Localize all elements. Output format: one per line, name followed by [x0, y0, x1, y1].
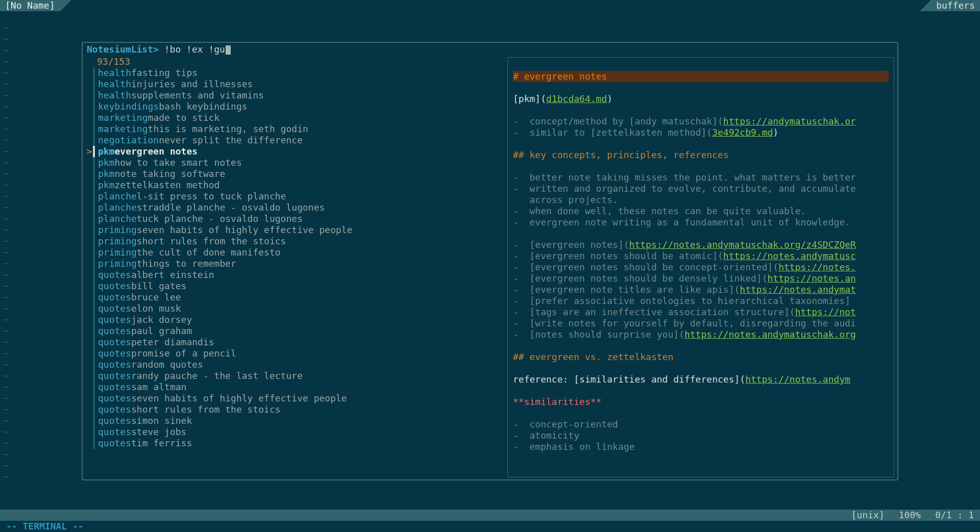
list-gutter-bar	[93, 79, 95, 90]
list-item[interactable]: priming things to remember	[83, 258, 504, 269]
fzf-result-list[interactable]: health fasting tipshealth injuries and i…	[83, 67, 504, 449]
list-gutter-bar	[93, 180, 95, 191]
list-item-tag: keybindings	[98, 101, 159, 112]
preview-link[interactable]: https://notes.andymatusc	[723, 250, 856, 261]
preview-link[interactable]: https://andymatuschak.or	[723, 116, 856, 126]
list-item[interactable]: quotes bill gates	[83, 281, 504, 292]
status-position: 0/1 : 1	[935, 510, 974, 521]
tab-buffers[interactable]: buffers	[931, 0, 980, 11]
fzf-query-input[interactable]: !bo !ex !gu	[159, 44, 225, 55]
preview-pkm-link: [pkm](d1bcda64.md)	[513, 93, 612, 104]
preview-link[interactable]: https://notes.	[778, 262, 856, 272]
preview-bullet: - [notes should surprise you](	[513, 329, 684, 340]
list-gutter-bar	[93, 348, 95, 359]
list-item-title: how to take smart notes	[115, 157, 242, 168]
fzf-prompt[interactable]: NotesiumList> !bo !ex !gu	[83, 43, 897, 55]
list-gutter-bar	[93, 247, 95, 258]
list-item-title: simon sinek	[131, 415, 192, 426]
list-item-title: fasting tips	[131, 67, 198, 79]
list-item-title: bash keybindings	[159, 101, 247, 112]
list-gutter-bar	[93, 438, 95, 449]
list-item[interactable]: marketing this is marketing, seth godin	[83, 123, 504, 135]
preview-bold: **similarities**	[513, 396, 601, 407]
list-item-title: seven habits of highly effective people	[131, 393, 347, 404]
list-item-title: the cult of done manifesto	[137, 247, 281, 258]
list-item[interactable]: health injuries and illnesses	[83, 79, 504, 90]
list-gutter-bar	[93, 303, 95, 314]
list-item[interactable]: quotes albert einstein	[83, 269, 504, 281]
list-item[interactable]: quotes bruce lee	[83, 292, 504, 303]
list-item-tag: health	[98, 67, 131, 79]
list-item[interactable]: pkm note taking software	[83, 168, 504, 180]
preview-bullet: - when done well, these notes can be qui…	[513, 206, 806, 216]
list-gutter-bar	[93, 359, 95, 370]
list-item-title: tuck planche - osvaldo lugones	[137, 213, 303, 224]
fzf-preview-pane[interactable]: # evergreen notes [pkm](d1bcda64.md) - c…	[507, 57, 894, 477]
list-item-tag: negotiation	[98, 135, 159, 146]
list-item[interactable]: quotes seven habits of highly effective …	[83, 393, 504, 404]
list-item-tag: planche	[98, 191, 137, 202]
list-item-tag: quotes	[98, 370, 131, 382]
fzf-window: NotesiumList> !bo !ex !gu 93/153 health …	[82, 42, 898, 480]
list-item-title: albert einstein	[131, 269, 214, 281]
list-item-tag: health	[98, 90, 131, 101]
preview-link[interactable]: 3e492cb9.md	[712, 127, 773, 138]
list-item[interactable]: quotes randy pauche - the last lecture	[83, 370, 504, 382]
tab-current-file[interactable]: [No Name]	[0, 0, 60, 11]
mode-indicator: -- TERMINAL --	[6, 521, 84, 532]
list-gutter-bar	[93, 370, 95, 382]
list-item-tag: quotes	[98, 393, 131, 404]
list-item[interactable]: quotes paul graham	[83, 325, 504, 337]
list-item[interactable]: quotes short rules from the stoics	[83, 404, 504, 415]
selection-marker-icon: >	[83, 146, 93, 157]
list-gutter-bar	[93, 292, 95, 303]
list-item[interactable]: health supplements and vitamins	[83, 90, 504, 101]
list-item[interactable]: pkm how to take smart notes	[83, 157, 504, 168]
preview-bullet: - [evergreen note titles are like apis](	[513, 284, 740, 295]
preview-link[interactable]: https://notes.andymatuschak.org/z4SDCZQe…	[629, 239, 856, 250]
list-item[interactable]: quotes sam altman	[83, 382, 504, 393]
list-item[interactable]: priming seven habits of highly effective…	[83, 224, 504, 236]
list-item[interactable]: quotes simon sinek	[83, 415, 504, 426]
list-item-tag: quotes	[98, 281, 131, 292]
list-item[interactable]: negotiation never split the difference	[83, 135, 504, 146]
list-item[interactable]: planche straddle planche - osvaldo lugon…	[83, 202, 504, 213]
list-gutter-bar	[93, 337, 95, 348]
list-item[interactable]: priming the cult of done manifesto	[83, 247, 504, 258]
list-item[interactable]: keybindings bash keybindings	[83, 101, 504, 112]
list-item[interactable]: planche tuck planche - osvaldo lugones	[83, 213, 504, 224]
list-item[interactable]: >pkm evergreen notes	[83, 146, 504, 157]
list-gutter-bar	[93, 146, 95, 157]
preview-link[interactable]: https://notes.andym	[745, 374, 850, 385]
preview-text: across projects.	[513, 194, 618, 205]
list-item[interactable]: quotes elon musk	[83, 303, 504, 314]
list-item[interactable]: planche l-sit press to tuck planche	[83, 191, 504, 202]
preview-bullet: - concept/method by [andy matuschak](	[513, 116, 723, 126]
list-gutter-bar	[93, 258, 95, 269]
preview-title: # evergreen notes	[513, 71, 889, 82]
preview-link[interactable]: https://notes.andymat	[740, 284, 856, 295]
list-item-title: peter diamandis	[131, 337, 214, 348]
list-item[interactable]: health fasting tips	[83, 67, 504, 79]
list-item[interactable]: marketing made to stick	[83, 112, 504, 123]
list-item[interactable]: quotes tim ferriss	[83, 438, 504, 449]
list-item[interactable]: priming short rules from the stoics	[83, 236, 504, 247]
preview-bullet: - atomicity	[513, 430, 579, 441]
list-item[interactable]: quotes jack dorsey	[83, 314, 504, 325]
preview-link[interactable]: https://notes.andymatuschak.org	[684, 329, 856, 340]
preview-link[interactable]: https://notes.an	[768, 273, 856, 284]
list-item-title: paul graham	[131, 325, 192, 337]
preview-bullet: - evergreen note writing as a fundamenta…	[513, 217, 850, 227]
list-item[interactable]: quotes promise of a pencil	[83, 348, 504, 359]
list-item-title: randy pauche - the last lecture	[131, 370, 303, 382]
list-gutter-bar	[93, 135, 95, 146]
list-item-tag: quotes	[98, 438, 131, 449]
list-item[interactable]: quotes peter diamandis	[83, 337, 504, 348]
list-item[interactable]: pkm zettelkasten method	[83, 180, 504, 191]
list-item-tag: marketing	[98, 123, 148, 135]
list-item-tag: marketing	[98, 112, 148, 123]
list-item-title: made to stick	[148, 112, 220, 123]
list-item[interactable]: quotes random quotes	[83, 359, 504, 370]
preview-link[interactable]: https://not	[795, 307, 856, 317]
list-item[interactable]: quotes steve jobs	[83, 426, 504, 438]
